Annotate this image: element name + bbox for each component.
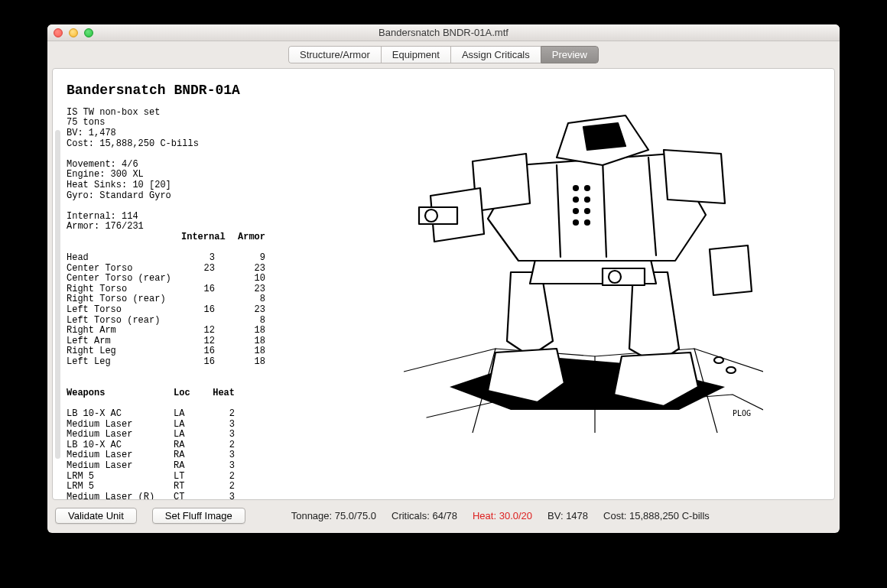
scrollbar[interactable] bbox=[55, 130, 60, 459]
meta-line: Movement: 4/6 bbox=[67, 159, 138, 170]
fluff-image: PLOG bbox=[342, 75, 825, 493]
meta-line: Engine: 300 XL bbox=[67, 169, 144, 180]
minimize-icon[interactable] bbox=[69, 28, 78, 37]
svg-point-19 bbox=[585, 209, 590, 213]
table-row: Medium Laser (R)CT3 bbox=[67, 492, 342, 500]
status-criticals: Criticals: 64/78 bbox=[392, 510, 457, 521]
meta-line: IS TW non-box set bbox=[67, 107, 160, 118]
meta-line: BV: 1,478 bbox=[67, 128, 116, 138]
armor-header: InternalArmor bbox=[67, 232, 342, 243]
svg-point-15 bbox=[573, 209, 578, 213]
status-cost: Cost: 15,888,250 C-bills bbox=[603, 510, 710, 521]
tab-bar: Structure/Armor Equipment Assign Critica… bbox=[47, 41, 840, 63]
table-row: Medium LaserRA3 bbox=[67, 450, 342, 461]
weapons-header: WeaponsLocHeat bbox=[67, 388, 342, 399]
meta-line: 75 tons bbox=[67, 117, 105, 128]
table-row: Center Torso2323 bbox=[67, 264, 342, 275]
window-title: Bandersnatch BNDR-01A.mtf bbox=[47, 27, 840, 38]
meta-line: Internal: 114 bbox=[67, 211, 138, 222]
preview-text: Bandersnatch BNDR-01A IS TW non-box set … bbox=[67, 75, 342, 493]
svg-marker-28 bbox=[710, 245, 752, 295]
svg-marker-24 bbox=[664, 150, 725, 203]
titlebar[interactable]: Bandersnatch BNDR-01A.mtf bbox=[47, 24, 840, 41]
tab-preview[interactable]: Preview bbox=[541, 46, 599, 63]
table-row: Head39 bbox=[67, 253, 342, 264]
table-row: Right Torso1623 bbox=[67, 284, 342, 295]
table-row: LB 10-X ACLA2 bbox=[67, 409, 342, 420]
table-row: Left Leg1618 bbox=[67, 357, 342, 368]
svg-point-16 bbox=[573, 220, 578, 225]
svg-point-31 bbox=[714, 357, 723, 363]
tab-assign-criticals[interactable]: Assign Criticals bbox=[450, 46, 541, 63]
table-row: Medium LaserRA3 bbox=[67, 461, 342, 472]
table-row: LB 10-X ACRA2 bbox=[67, 440, 342, 451]
svg-point-14 bbox=[573, 197, 578, 202]
table-row: LRM 5RT2 bbox=[67, 482, 342, 492]
svg-marker-22 bbox=[583, 123, 625, 150]
svg-point-20 bbox=[585, 220, 590, 225]
window-controls bbox=[54, 28, 93, 37]
table-row: Left Arm1218 bbox=[67, 336, 342, 347]
meta-line: Gyro: Standard Gyro bbox=[67, 190, 171, 201]
svg-marker-4 bbox=[507, 272, 553, 356]
status-tonnage: Tonnage: 75.0/75.0 bbox=[291, 510, 376, 521]
table-row: Right Leg1618 bbox=[67, 346, 342, 357]
validate-unit-button[interactable]: Validate Unit bbox=[55, 508, 137, 524]
svg-point-27 bbox=[425, 210, 437, 222]
table-row: Medium LaserLA3 bbox=[67, 430, 342, 440]
set-fluff-image-button[interactable]: Set Fluff Image bbox=[152, 508, 245, 524]
table-row: Right Torso (rear)8 bbox=[67, 294, 342, 305]
table-row: Right Arm1218 bbox=[67, 326, 342, 336]
svg-point-18 bbox=[585, 197, 590, 202]
unit-name: Bandersnatch BNDR-01A bbox=[67, 86, 342, 96]
svg-point-30 bbox=[609, 271, 621, 283]
svg-text:PLOG: PLOG bbox=[733, 409, 751, 417]
table-row: Left Torso (rear)8 bbox=[67, 316, 342, 326]
table-row: Center Torso (rear)10 bbox=[67, 274, 342, 284]
svg-point-17 bbox=[585, 186, 590, 190]
status-bv: BV: 1478 bbox=[547, 510, 588, 521]
app-window: Bandersnatch BNDR-01A.mtf Structure/Armo… bbox=[47, 24, 840, 533]
preview-panel: Bandersnatch BNDR-01A IS TW non-box set … bbox=[52, 68, 835, 500]
zoom-icon[interactable] bbox=[84, 28, 93, 37]
table-row: Left Torso1623 bbox=[67, 305, 342, 316]
table-row: LRM 5LT2 bbox=[67, 472, 342, 482]
status-heat: Heat: 30.0/20 bbox=[473, 510, 532, 521]
table-row: Medium LaserLA3 bbox=[67, 420, 342, 430]
svg-point-32 bbox=[726, 367, 736, 373]
tab-structure-armor[interactable]: Structure/Armor bbox=[288, 46, 381, 63]
tab-equipment[interactable]: Equipment bbox=[381, 46, 450, 63]
footer-bar: Validate Unit Set Fluff Image Tonnage: 7… bbox=[47, 500, 840, 533]
meta-line: Heat Sinks: 10 [20] bbox=[67, 180, 171, 190]
mech-illustration-icon: PLOG bbox=[404, 81, 763, 433]
svg-point-13 bbox=[573, 186, 578, 190]
meta-line: Cost: 15,888,250 C-bills bbox=[67, 138, 199, 149]
meta-line: Armor: 176/231 bbox=[67, 221, 144, 232]
close-icon[interactable] bbox=[54, 28, 63, 37]
